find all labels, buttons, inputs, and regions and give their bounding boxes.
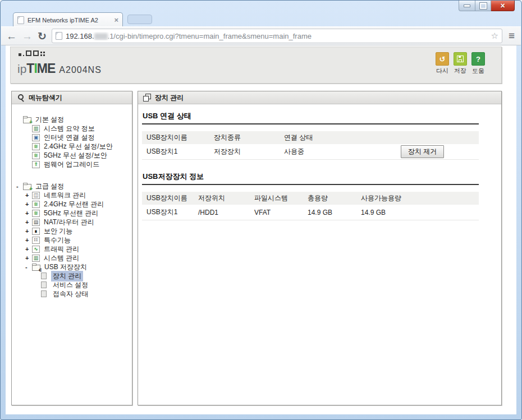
browser-tab[interactable]: EFM Networks ipTIME A2 × bbox=[13, 12, 123, 27]
redacted-ip-segment bbox=[94, 33, 108, 40]
table-header-row: USB장치이름 저장위치 파일시스템 총용량 사용가능용량 bbox=[142, 192, 479, 205]
lock-icon: ∎ bbox=[32, 228, 40, 235]
usb-storage-info-table: USB장치이름 저장위치 파일시스템 총용량 사용가능용량 USB장치1 /HD… bbox=[142, 192, 479, 220]
close-icon: × bbox=[500, 1, 505, 10]
menu-tree: 기본 설정 ▥ 시스템 요약 정보 ▣ 인터넷 연결 설정 ≋ bbox=[12, 104, 132, 298]
usb-folder-icon bbox=[32, 265, 40, 271]
bookmark-star-icon[interactable]: ☆ bbox=[491, 31, 498, 41]
help-icon: ? bbox=[471, 52, 485, 66]
system-chart-icon: ▥ bbox=[32, 255, 40, 262]
page-icon bbox=[41, 281, 47, 288]
favicon-page-icon bbox=[17, 16, 24, 24]
sidebar-item-connected-users[interactable]: 접속자 상태 bbox=[12, 289, 132, 298]
save-button[interactable]: 저장 bbox=[453, 52, 468, 75]
maximize-button[interactable] bbox=[475, 1, 491, 11]
page-title: 장치 관리 bbox=[155, 93, 184, 103]
tab-close-icon[interactable]: × bbox=[114, 16, 118, 24]
section-title: USB 연결 상태 bbox=[142, 111, 479, 124]
sidebar-panel: 메뉴탐색기 기본 설정 ▥ 시스템 요약 정보 ▣ bbox=[11, 91, 132, 405]
help-button[interactable]: ? 도움 bbox=[471, 52, 486, 75]
browser-window: × EFM Networks ipTIME A2 × ← → ↻ 192.168… bbox=[0, 0, 522, 420]
page-icon bbox=[41, 290, 47, 297]
folder-plus-icon bbox=[23, 117, 31, 123]
menu-explorer-header: 메뉴탐색기 bbox=[12, 91, 132, 104]
forward-icon[interactable]: → bbox=[22, 31, 33, 41]
logo-squares-icon bbox=[19, 51, 102, 56]
main-panel-header: 장치 관리 bbox=[138, 91, 501, 104]
folder-plus-icon bbox=[23, 184, 31, 190]
page-icon bbox=[41, 273, 47, 279]
wireless-icon: ≋ bbox=[32, 143, 40, 150]
minimize-button[interactable] bbox=[459, 1, 475, 11]
usb-connection-table: USB장치이름 장치종류 연결 상태 USB장치1 저장장치 사용중 bbox=[142, 131, 479, 160]
router-header-band: ipTIME A2004NS ↺ 다시 저장 ? 도움 bbox=[10, 47, 502, 84]
chrome-menu-icon[interactable]: ≡ bbox=[507, 30, 516, 42]
new-tab-button[interactable] bbox=[127, 15, 152, 24]
reset-icon: ↺ bbox=[436, 52, 449, 66]
usb-storage-info-section: USB저장장치 정보 USB장치이름 저장위치 파일시스템 총용량 사용가능용량 bbox=[142, 172, 479, 220]
browser-toolbar: ← → ↻ 192.168..1/cgi-bin/timepro.cgi?tme… bbox=[1, 26, 521, 45]
remove-device-button[interactable]: 장치 제거 bbox=[401, 145, 444, 158]
firmware-upload-icon: ⇑ bbox=[32, 161, 40, 168]
usb-connection-section: USB 연결 상태 USB장치이름 장치종류 연결 상태 bbox=[142, 111, 479, 160]
url-text: 192.168..1/cgi-bin/timepro.cgi?tmenu=mai… bbox=[66, 32, 488, 40]
router-icon: ▤ bbox=[32, 219, 40, 226]
main-panel: 장치 관리 USB 연결 상태 USB장치이름 장치종류 연결 상태 bbox=[138, 91, 502, 405]
special-function-icon: ∷ bbox=[32, 237, 40, 244]
window-controls: × bbox=[459, 1, 515, 11]
table-header-row: USB장치이름 장치종류 연결 상태 bbox=[142, 131, 479, 144]
iptime-logo: ipTIME A2004NS bbox=[17, 51, 102, 76]
monitor-icon: ▣ bbox=[32, 134, 40, 141]
wireless-icon: ≋ bbox=[32, 152, 40, 159]
traffic-icon: ∿ bbox=[32, 246, 40, 253]
minimize-icon bbox=[464, 4, 470, 7]
back-icon[interactable]: ← bbox=[6, 31, 17, 41]
network-icon: ◫ bbox=[32, 192, 40, 199]
search-icon bbox=[17, 94, 25, 101]
table-row: USB장치1 /HDD1 VFAT 14.9 GB 14.9 GB bbox=[142, 205, 479, 220]
close-button[interactable]: × bbox=[491, 1, 515, 11]
wireless-icon: ≋ bbox=[32, 201, 40, 208]
url-bar[interactable]: 192.168..1/cgi-bin/timepro.cgi?tmenu=mai… bbox=[52, 29, 502, 43]
logo-ip-text: ip bbox=[17, 62, 26, 76]
page-viewport: ipTIME A2004NS ↺ 다시 저장 ? 도움 bbox=[6, 45, 516, 414]
bar-chart-icon: ▥ bbox=[32, 125, 40, 132]
save-icon bbox=[454, 52, 467, 66]
maximize-icon bbox=[480, 3, 487, 9]
reload-icon[interactable]: ↻ bbox=[38, 31, 47, 41]
model-number: A2004NS bbox=[59, 65, 102, 75]
table-row: USB장치1 저장장치 사용중 장치 제거 bbox=[142, 144, 479, 160]
wireless-icon: ≋ bbox=[32, 210, 40, 217]
section-title: USB저장장치 정보 bbox=[142, 172, 479, 185]
pages-icon bbox=[143, 94, 151, 101]
url-page-icon bbox=[56, 32, 62, 40]
header-actions: ↺ 다시 저장 ? 도움 bbox=[435, 52, 486, 75]
tab-title: EFM Networks ipTIME A2 bbox=[28, 17, 111, 24]
reset-button[interactable]: ↺ 다시 bbox=[435, 52, 450, 75]
sidebar-item-firmware-upgrade[interactable]: ⇑ 펌웨어 업그레이드 bbox=[12, 160, 132, 169]
sidebar-title: 메뉴탐색기 bbox=[29, 93, 62, 103]
